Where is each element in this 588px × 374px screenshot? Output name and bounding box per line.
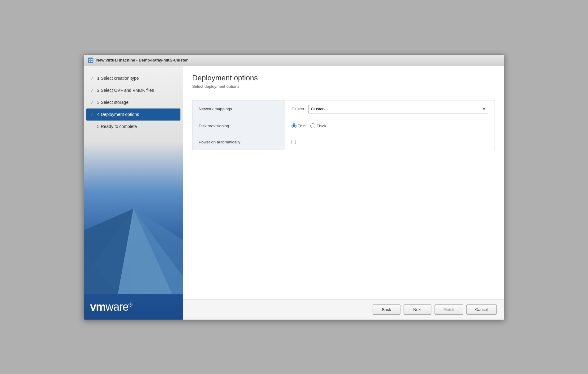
radio-thin[interactable]: [292, 123, 296, 128]
panel-subtitle: Select deployment options: [192, 84, 495, 89]
check-icon-step4: ✓: [90, 112, 94, 117]
vmware-logo: vmware®: [84, 294, 183, 320]
sidebar-item-step3[interactable]: ✓ 3 Select storage: [84, 96, 183, 108]
step4-label: 4 Deployment options: [97, 112, 139, 117]
finish-button[interactable]: Finish: [435, 304, 463, 315]
radio-thick[interactable]: [310, 123, 315, 128]
right-panel: Deployment options Select deployment opt…: [183, 66, 504, 320]
network-mappings-label: Network mappings: [192, 100, 285, 118]
panel-body: Network mappings Cluster- Cluster- ▼: [183, 94, 504, 299]
radio-option-thick[interactable]: Thick: [310, 123, 326, 128]
geometric-decoration: [84, 139, 183, 294]
disk-provisioning-radio-group: Thin Thick: [292, 123, 326, 128]
logo-trademark: ®: [128, 302, 132, 308]
svg-rect-2: [91, 59, 93, 60]
check-icon-step5: ✓: [90, 124, 94, 130]
radio-thick-label: Thick: [317, 124, 326, 128]
disk-provisioning-label: Disk provisioning: [192, 118, 285, 134]
form-row-power-on: Power on automatically: [192, 134, 495, 150]
vmware-logo-text: vmware®: [90, 300, 177, 313]
form-row-network-mappings: Network mappings Cluster- Cluster- ▼: [192, 100, 495, 118]
logo-ware-part: ware: [106, 300, 128, 313]
step2-label: 2 Select OVF and VMDK files: [97, 88, 154, 93]
power-on-label: Power on automatically: [192, 134, 285, 150]
form-table: Network mappings Cluster- Cluster- ▼: [192, 100, 495, 150]
network-select-wrapper: Cluster- ▼: [308, 105, 488, 113]
sidebar-item-step2[interactable]: ✓ 2 Select OVF and VMDK files: [84, 84, 183, 96]
check-icon-step3: ✓: [90, 100, 94, 105]
next-button[interactable]: Next: [404, 304, 431, 315]
cancel-button[interactable]: Cancel: [466, 304, 497, 315]
svg-rect-1: [89, 59, 90, 60]
radio-option-thin[interactable]: Thin: [292, 123, 305, 128]
logo-vm-part: vm: [90, 300, 106, 313]
sidebar-item-step4[interactable]: ✓ 4 Deployment options: [86, 108, 180, 121]
power-on-checkbox-wrapper: [292, 140, 296, 144]
network-select[interactable]: Cluster-: [308, 105, 488, 113]
svg-rect-3: [89, 61, 90, 62]
step5-label: 5 Ready to complete: [97, 124, 137, 129]
sidebar: ✓ 1 Select creation type ✓ 2 Select OVF …: [84, 66, 183, 320]
sidebar-item-step5[interactable]: ✓ 5 Ready to complete: [84, 121, 183, 133]
power-on-checkbox[interactable]: [292, 140, 296, 144]
form-row-disk-provisioning: Disk provisioning Thin Thick: [192, 118, 495, 134]
sidebar-item-step1[interactable]: ✓ 1 Select creation type: [84, 72, 183, 84]
main-content: ✓ 1 Select creation type ✓ 2 Select OVF …: [84, 66, 504, 320]
svg-rect-4: [91, 61, 93, 62]
footer: Back Next Finish Cancel: [183, 299, 504, 320]
back-button[interactable]: Back: [373, 304, 400, 315]
check-icon-step2: ✓: [90, 87, 94, 93]
main-window: New virtual machine - Demo-Rafay-MKS-Clu…: [84, 54, 504, 320]
window-title: New virtual machine - Demo-Rafay-MKS-Clu…: [96, 58, 188, 62]
title-bar: New virtual machine - Demo-Rafay-MKS-Clu…: [84, 55, 504, 66]
svg-rect-0: [88, 58, 93, 63]
step3-label: 3 Select storage: [97, 100, 128, 105]
radio-thin-label: Thin: [298, 124, 305, 128]
disk-provisioning-value: Thin Thick: [285, 118, 495, 134]
panel-title: Deployment options: [192, 74, 495, 82]
power-on-value: [285, 134, 495, 150]
window-icon: [88, 57, 94, 63]
step1-label: 1 Select creation type: [97, 76, 139, 81]
check-icon-step1: ✓: [90, 75, 94, 81]
network-mappings-value: Cluster- Cluster- ▼: [285, 100, 495, 118]
panel-header: Deployment options Select deployment opt…: [183, 66, 504, 94]
sidebar-nav: ✓ 1 Select creation type ✓ 2 Select OVF …: [84, 66, 183, 139]
network-prefix: Cluster-: [292, 107, 306, 111]
